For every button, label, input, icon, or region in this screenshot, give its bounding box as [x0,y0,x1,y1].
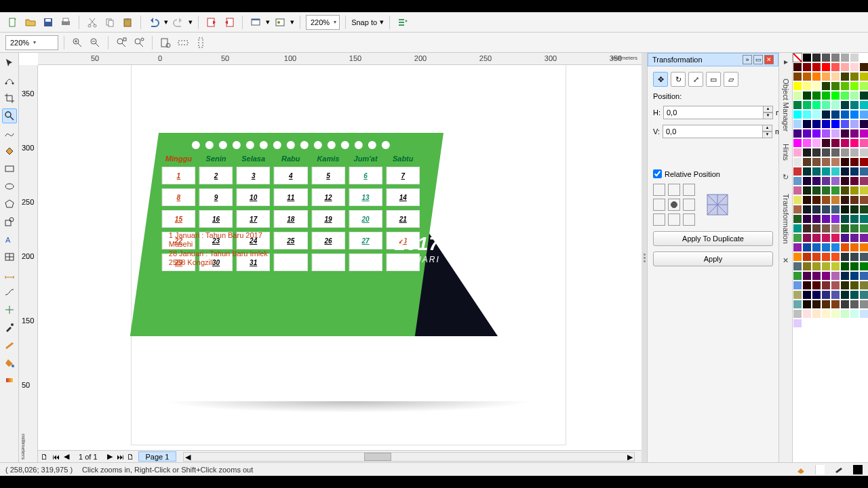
vscrollbar[interactable] [642,53,647,462]
color-swatch[interactable] [850,243,859,252]
page-tab[interactable]: Page 1 [138,451,177,462]
color-swatch[interactable] [812,119,821,129]
color-swatch[interactable] [831,186,840,195]
color-swatch[interactable] [850,129,859,138]
zoom-level-combo[interactable]: 220%▾ [5,35,58,50]
freehand-tool[interactable] [2,126,17,141]
color-swatch[interactable] [859,167,868,176]
color-swatch[interactable] [850,309,859,319]
color-swatch[interactable] [802,195,812,205]
color-swatch[interactable] [859,148,868,157]
color-swatch[interactable] [850,262,859,271]
zoom-combo[interactable]: 220%▾ [306,15,340,30]
color-swatch[interactable] [812,224,821,233]
color-swatch[interactable] [859,262,868,271]
redo-dropdown[interactable]: ▾ [189,18,193,26]
color-swatch[interactable] [821,224,831,233]
color-swatch[interactable] [840,214,850,224]
options-button[interactable] [395,15,410,30]
shape-tool[interactable] [2,73,17,88]
color-swatch[interactable] [802,214,812,224]
color-swatch[interactable] [793,167,802,176]
color-swatch[interactable] [793,119,802,129]
color-swatch[interactable] [840,110,850,119]
color-swatch[interactable] [850,300,859,309]
color-swatch[interactable] [793,62,802,72]
next-page[interactable]: ▶ [104,452,115,461]
color-swatch[interactable] [831,300,840,309]
color-swatch[interactable] [821,262,831,271]
color-swatch[interactable] [802,62,812,72]
color-swatch[interactable] [850,91,859,100]
outline-indicator-icon[interactable] [834,465,844,474]
color-swatch[interactable] [793,243,802,252]
color-swatch[interactable] [793,129,802,138]
hscrollbar[interactable]: ◀▶ [183,452,635,462]
fill-indicator-icon[interactable] [796,465,806,474]
color-swatch[interactable] [850,100,859,110]
color-swatch[interactable] [850,110,859,119]
color-swatch[interactable] [850,290,859,300]
color-swatch[interactable] [821,110,831,119]
color-swatch[interactable] [831,167,840,176]
color-swatch[interactable] [821,81,831,91]
color-swatch[interactable] [831,252,840,262]
app-launcher-button[interactable] [248,15,263,30]
color-swatch[interactable] [859,110,868,119]
color-swatch[interactable] [859,195,868,205]
import-button[interactable] [204,15,219,30]
scale-tab[interactable]: ⤢ [688,72,703,87]
color-swatch[interactable] [821,53,831,62]
rectangle-tool[interactable] [2,161,17,176]
color-swatch[interactable] [812,62,821,72]
color-swatch[interactable] [859,81,868,91]
color-swatch[interactable] [793,91,802,100]
color-swatch[interactable] [859,309,868,319]
color-swatch[interactable] [859,186,868,195]
color-swatch[interactable] [859,176,868,186]
color-swatch[interactable] [859,72,868,81]
color-swatch[interactable] [831,262,840,271]
color-swatch[interactable] [850,214,859,224]
color-swatch[interactable] [812,91,821,100]
color-swatch[interactable] [850,186,859,195]
color-swatch[interactable] [793,205,802,214]
color-swatch[interactable] [859,281,868,290]
color-swatch[interactable] [812,214,821,224]
color-swatch[interactable] [831,157,840,167]
table-tool[interactable] [2,249,17,264]
color-swatch[interactable] [831,100,840,110]
color-swatch[interactable] [850,281,859,290]
color-swatch[interactable] [840,119,850,129]
new-button[interactable] [5,15,20,30]
color-swatch[interactable] [831,290,840,300]
color-swatch[interactable] [812,252,821,262]
color-swatch[interactable] [793,214,802,224]
color-swatch[interactable] [793,281,802,290]
color-swatch[interactable] [859,100,868,110]
color-swatch[interactable] [802,148,812,157]
color-swatch[interactable] [859,138,868,148]
color-swatch[interactable] [821,119,831,129]
zoom-page-button[interactable] [158,35,173,50]
color-swatch[interactable] [793,309,802,319]
color-swatch[interactable] [812,233,821,243]
rotate-tab[interactable]: ↻ [671,72,686,87]
no-color-swatch[interactable] [793,53,802,62]
color-swatch[interactable] [802,53,812,62]
interactive-tool[interactable] [2,302,17,317]
color-swatch[interactable] [840,62,850,72]
pick-tool[interactable] [2,56,17,70]
color-swatch[interactable] [812,176,821,186]
color-swatch[interactable] [850,148,859,157]
color-swatch[interactable] [859,214,868,224]
color-swatch[interactable] [812,195,821,205]
color-swatch[interactable] [793,195,802,205]
color-swatch[interactable] [812,53,821,62]
color-swatch[interactable] [850,167,859,176]
color-swatch[interactable] [821,138,831,148]
color-swatch[interactable] [793,252,802,262]
color-swatch[interactable] [850,72,859,81]
color-swatch[interactable] [802,81,812,91]
save-button[interactable] [41,15,56,30]
